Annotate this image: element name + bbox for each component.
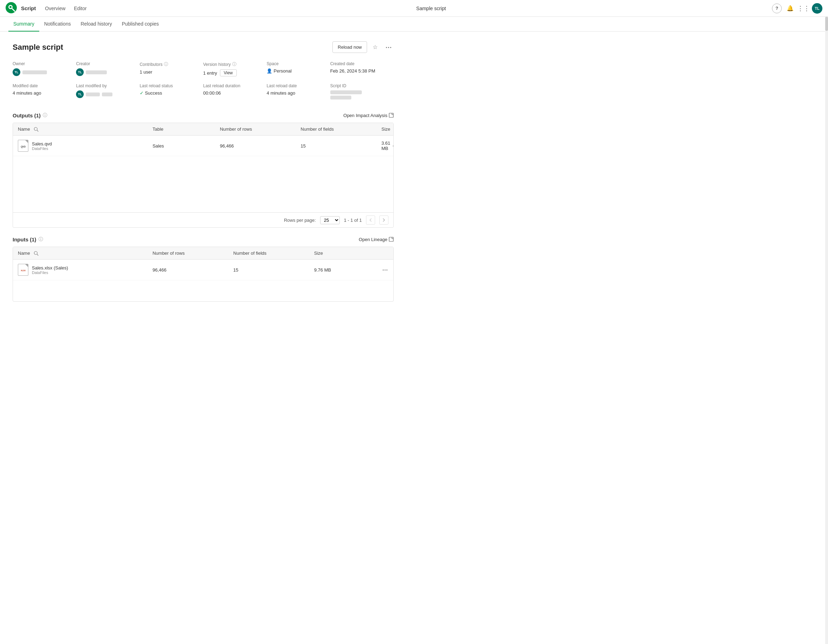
outputs-info-icon[interactable]: ⓘ (43, 112, 47, 118)
th-name: Name (13, 123, 147, 135)
td-table-name: Sales (147, 136, 215, 156)
meta-reload-status: Last reload status ✓ Success (140, 83, 203, 99)
table-footer: Rows per page: 25 50 100 1 - 1 of 1 (13, 212, 393, 228)
reload-date-value: 4 minutes ago (267, 90, 330, 96)
meta-script-id-label: Script ID (330, 83, 394, 88)
tab-bar: Summary Notifications Reload history Pub… (0, 17, 828, 31)
view-button[interactable]: View (220, 69, 237, 76)
th-num-fields: Number of fields (296, 123, 376, 135)
reload-status-value: Success (145, 90, 162, 96)
nav-overview[interactable]: Overview (42, 4, 69, 13)
tab-notifications[interactable]: Notifications (39, 17, 76, 31)
help-icon[interactable]: ? (772, 3, 782, 13)
th-table: Table (147, 123, 215, 135)
svg-point-2 (9, 6, 11, 8)
nav-editor[interactable]: Editor (71, 4, 90, 13)
file-name: Sales.qvd (32, 141, 52, 146)
meta-last-modified-by: Last modified by TL (76, 83, 140, 99)
meta-modified-label: Modified date (13, 83, 76, 88)
scrollbar[interactable] (825, 17, 828, 320)
th-num-rows: Number of rows (215, 123, 296, 135)
inputs-table: Name Number of rows Number of fields Siz… (13, 247, 394, 302)
th-input-num-rows: Number of rows (147, 247, 228, 259)
meta-contributors-label: Contributors (140, 62, 163, 67)
file-icon-xlsx: XLSX (18, 264, 28, 276)
th-input-size: Size (309, 247, 376, 259)
last-modified-avatar: TL (76, 90, 84, 98)
header-actions: Reload now ☆ ⋯ (332, 41, 394, 53)
td-input-actions[interactable]: ⋯ (376, 260, 393, 280)
tab-reload-history[interactable]: Reload history (76, 17, 117, 31)
td-num-rows: 96,466 (215, 136, 296, 156)
outputs-table-header: Name Table Number of rows Number of fiel… (13, 123, 393, 136)
contributors-info-icon[interactable]: ⓘ (164, 61, 168, 67)
main-content: Sample script Reload now ☆ ⋯ const reloa… (0, 31, 406, 320)
th-input-num-fields: Number of fields (228, 247, 309, 259)
meta-reload-date: Last reload date 4 minutes ago (267, 83, 330, 99)
outputs-section: Outputs (1) ⓘ Open Impact Analysis Name (13, 112, 394, 228)
svg-line-9 (37, 254, 38, 255)
nav-right-icons: ? 🔔 ⋮⋮ TL (772, 3, 822, 14)
input-search-icon[interactable] (34, 251, 39, 256)
td-num-fields: 15 (296, 136, 376, 156)
meta-reload-status-label: Last reload status (140, 83, 203, 88)
next-page-button[interactable] (380, 215, 389, 225)
td-input-file: XLSX Sales.xlsx (Sales) DataFiles (13, 260, 147, 280)
search-icon[interactable] (34, 127, 39, 132)
tab-summary[interactable]: Summary (8, 17, 39, 31)
td-size: 3.61 MB ⋯ (376, 136, 393, 156)
meta-created-label: Created date (330, 61, 394, 66)
table-row: QVD Sales.qvd DataFiles Sales 96,466 15 … (13, 136, 393, 156)
prev-page-button[interactable] (366, 215, 375, 225)
owner-avatar: TL (13, 68, 20, 76)
outputs-title: Outputs (1) (13, 113, 41, 118)
td-file: QVD Sales.qvd DataFiles (13, 136, 147, 156)
meta-created-date: Created date Feb 26, 2024 5:38 PM (330, 61, 394, 76)
open-impact-analysis[interactable]: Open Impact Analysis (343, 113, 394, 118)
meta-contributors: Contributors ⓘ 1 user (140, 61, 203, 76)
top-nav: Script Overview Editor Sample script ? 🔔… (0, 0, 828, 17)
meta-owner-value: TL (13, 68, 76, 76)
inputs-section: Inputs (1) ⓘ Open Lineage Name (13, 236, 394, 302)
meta-version-history: Version history ⓘ 1 entry View (203, 61, 267, 76)
file-location: DataFiles (32, 146, 52, 151)
meta-script-id: Script ID (330, 83, 394, 99)
row-more-options[interactable]: ⋯ (390, 143, 394, 149)
meta-info-grid: Owner TL Creator TL Contributors ⓘ 1 use… (13, 61, 394, 99)
th-input-name: Name (13, 247, 147, 259)
pagination-info: 1 - 1 of 1 (344, 218, 362, 223)
rows-per-page-select[interactable]: 25 50 100 (320, 216, 340, 224)
meta-version-label: Version history (203, 62, 231, 67)
open-lineage[interactable]: Open Lineage (359, 237, 394, 242)
more-options-icon[interactable]: ⋯ (383, 42, 394, 53)
grid-icon[interactable]: ⋮⋮ (798, 3, 808, 13)
meta-owner-label: Owner (13, 61, 76, 66)
bell-icon[interactable]: 🔔 (785, 3, 795, 13)
svg-rect-7 (389, 237, 393, 242)
th-input-actions (376, 247, 393, 259)
page-title: Sample script (13, 43, 63, 52)
meta-last-modified-label: Last modified by (76, 83, 140, 88)
created-date-value: Feb 26, 2024 5:38 PM (330, 68, 394, 74)
page-header: Sample script Reload now ☆ ⋯ (13, 41, 394, 53)
meta-creator-label: Creator (76, 61, 140, 66)
reload-duration-value: 00:00:06 (203, 90, 267, 96)
td-input-size: 9.76 MB (309, 260, 376, 280)
tab-published-copies[interactable]: Published copies (117, 17, 164, 31)
contributors-value: 1 user (140, 69, 203, 75)
meta-owner: Owner TL (13, 61, 76, 76)
outputs-section-header: Outputs (1) ⓘ Open Impact Analysis (13, 112, 394, 118)
version-info-icon[interactable]: ⓘ (232, 61, 237, 67)
inputs-info-icon[interactable]: ⓘ (39, 236, 43, 242)
user-avatar[interactable]: TL (812, 3, 822, 14)
reload-now-button[interactable]: Reload now (332, 41, 367, 53)
meta-reload-duration-label: Last reload duration (203, 83, 267, 88)
table-row: XLSX Sales.xlsx (Sales) DataFiles 96,466… (13, 260, 393, 280)
nav-links: Overview Editor (42, 4, 90, 13)
inputs-section-header: Inputs (1) ⓘ Open Lineage (13, 236, 394, 242)
inputs-table-header: Name Number of rows Number of fields Siz… (13, 247, 393, 260)
meta-space-label: Space (267, 61, 330, 66)
star-icon[interactable]: ☆ (370, 42, 380, 53)
version-value: 1 entry (203, 71, 217, 76)
qlik-logo[interactable] (6, 2, 17, 14)
